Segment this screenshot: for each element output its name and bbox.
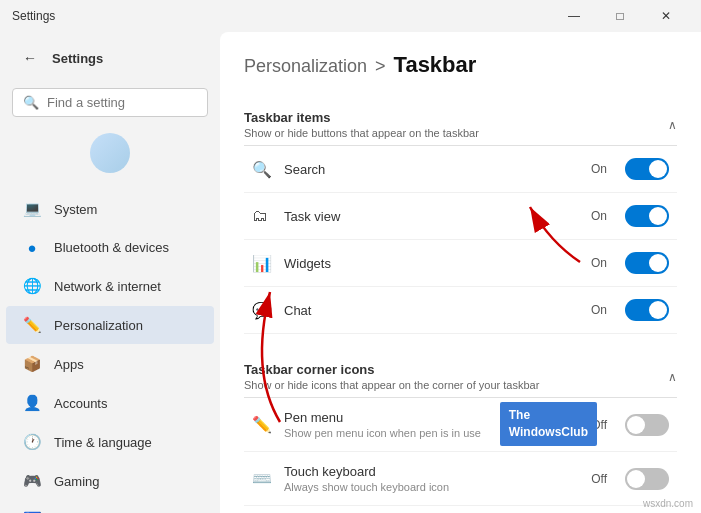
section-corner-icons-title: Taskbar corner icons (244, 362, 539, 377)
sidebar-label-system: System (54, 202, 97, 217)
taskview-toggle-knob (649, 207, 667, 225)
app-container: ← Settings 🔍 💻 System ● Bluetooth & devi… (0, 32, 701, 513)
wsxdn-watermark: wsxdn.com (643, 498, 693, 509)
minimize-button[interactable]: — (551, 0, 597, 32)
sidebar-label-personalization: Personalization (54, 318, 143, 333)
search-icon: 🔍 (23, 95, 39, 110)
sidebar-nav: 💻 System ● Bluetooth & devices 🌐 Network… (0, 189, 220, 513)
back-button[interactable]: ← (16, 44, 44, 72)
search-row-icon: 🔍 (252, 160, 284, 179)
corner-icons-chevron[interactable]: ∧ (668, 370, 677, 384)
sidebar-label-time: Time & language (54, 435, 152, 450)
chat-status: On (591, 303, 607, 317)
keyboard-toggle[interactable] (625, 468, 669, 490)
avatar (90, 133, 130, 173)
network-icon: 🌐 (22, 277, 42, 295)
taskview-toggle[interactable] (625, 205, 669, 227)
sidebar: ← Settings 🔍 💻 System ● Bluetooth & devi… (0, 32, 220, 513)
taskview-row-icon: 🗂 (252, 207, 284, 225)
search-toggle-knob (649, 160, 667, 178)
chat-row-label: Chat (284, 303, 591, 318)
section-corner-icons-header: Taskbar corner icons Show or hide icons … (244, 350, 677, 398)
bluetooth-icon: ● (22, 239, 42, 256)
sidebar-item-personalization[interactable]: ✏️ Personalization (6, 306, 214, 344)
taskview-status: On (591, 209, 607, 223)
watermark-line1: The (509, 408, 530, 422)
widgets-toggle-knob (649, 254, 667, 272)
search-box[interactable]: 🔍 (12, 88, 208, 117)
sidebar-item-network[interactable]: 🌐 Network & internet (6, 267, 214, 305)
title-bar: Settings — □ ✕ (0, 0, 701, 32)
search-status: On (591, 162, 607, 176)
search-input[interactable] (47, 95, 215, 110)
sidebar-item-accessibility[interactable]: ♿ Accessibility (6, 501, 214, 513)
sidebar-header: ← Settings (0, 32, 220, 84)
pen-toggle-knob (627, 416, 645, 434)
breadcrumb-parent: Personalization (244, 56, 367, 77)
section-corner-icons: Taskbar corner icons Show or hide icons … (244, 350, 677, 513)
main-content: Personalization > Taskbar Taskbar items … (220, 32, 701, 513)
search-toggle[interactable] (625, 158, 669, 180)
sidebar-label-bluetooth: Bluetooth & devices (54, 240, 169, 255)
setting-row-pen: ✏️ Pen menu Show pen menu icon when pen … (244, 398, 677, 452)
search-row-label: Search (284, 162, 591, 177)
keyboard-row-label: Touch keyboard (284, 464, 591, 479)
keyboard-toggle-knob (627, 470, 645, 488)
chat-toggle[interactable] (625, 299, 669, 321)
sidebar-item-system[interactable]: 💻 System (6, 190, 214, 228)
sidebar-item-gaming[interactable]: 🎮 Gaming (6, 462, 214, 500)
chat-row-icon: 💬 (252, 301, 284, 320)
maximize-button[interactable]: □ (597, 0, 643, 32)
keyboard-status: Off (591, 472, 607, 486)
chat-toggle-knob (649, 301, 667, 319)
taskbar-items-chevron[interactable]: ∧ (668, 118, 677, 132)
pen-row-icon: ✏️ (252, 415, 284, 434)
widgets-status: On (591, 256, 607, 270)
close-button[interactable]: ✕ (643, 0, 689, 32)
setting-row-touchpad: 🖱 Virtual touchpad Always show virtual t… (244, 506, 677, 513)
setting-row-search: 🔍 Search On (244, 146, 677, 193)
sidebar-item-time[interactable]: 🕐 Time & language (6, 423, 214, 461)
setting-row-chat: 💬 Chat On (244, 287, 677, 334)
apps-icon: 📦 (22, 355, 42, 373)
sidebar-label-accounts: Accounts (54, 396, 107, 411)
watermark-line2: WindowsClub (509, 425, 588, 439)
sidebar-item-apps[interactable]: 📦 Apps (6, 345, 214, 383)
accounts-icon: 👤 (22, 394, 42, 412)
page-header: Personalization > Taskbar (244, 52, 677, 78)
widgets-row-control: On (591, 252, 669, 274)
time-icon: 🕐 (22, 433, 42, 451)
widgets-row-icon: 📊 (252, 254, 284, 273)
taskview-row-label: Task view (284, 209, 591, 224)
personalization-icon: ✏️ (22, 316, 42, 334)
pen-toggle[interactable] (625, 414, 669, 436)
widgets-row-label: Widgets (284, 256, 591, 271)
setting-row-taskview: 🗂 Task view On (244, 193, 677, 240)
sidebar-label-network: Network & internet (54, 279, 161, 294)
sidebar-item-accounts[interactable]: 👤 Accounts (6, 384, 214, 422)
pen-row-control: Off (591, 414, 669, 436)
setting-row-widgets: 📊 Widgets On (244, 240, 677, 287)
sidebar-label-apps: Apps (54, 357, 84, 372)
app-title-bar: Settings (12, 9, 55, 23)
breadcrumb-current: Taskbar (394, 52, 477, 78)
gaming-icon: 🎮 (22, 472, 42, 490)
setting-row-keyboard: ⌨️ Touch keyboard Always show touch keyb… (244, 452, 677, 506)
keyboard-row-sublabel: Always show touch keyboard icon (284, 481, 591, 493)
sidebar-label-gaming: Gaming (54, 474, 100, 489)
search-row-control: On (591, 158, 669, 180)
section-taskbar-items-header: Taskbar items Show or hide buttons that … (244, 98, 677, 146)
section-taskbar-items-title: Taskbar items (244, 110, 479, 125)
keyboard-row-icon: ⌨️ (252, 469, 284, 488)
keyboard-row-control: Off (591, 468, 669, 490)
system-icon: 💻 (22, 200, 42, 218)
taskview-row-control: On (591, 205, 669, 227)
section-taskbar-items-subtitle: Show or hide buttons that appear on the … (244, 127, 479, 139)
sidebar-item-bluetooth[interactable]: ● Bluetooth & devices (6, 229, 214, 266)
widgets-toggle[interactable] (625, 252, 669, 274)
chat-row-control: On (591, 299, 669, 321)
section-corner-icons-subtitle: Show or hide icons that appear on the co… (244, 379, 539, 391)
title-bar-left: Settings (12, 9, 55, 23)
watermark: The WindowsClub (500, 402, 597, 446)
breadcrumb-sep: > (375, 56, 386, 77)
